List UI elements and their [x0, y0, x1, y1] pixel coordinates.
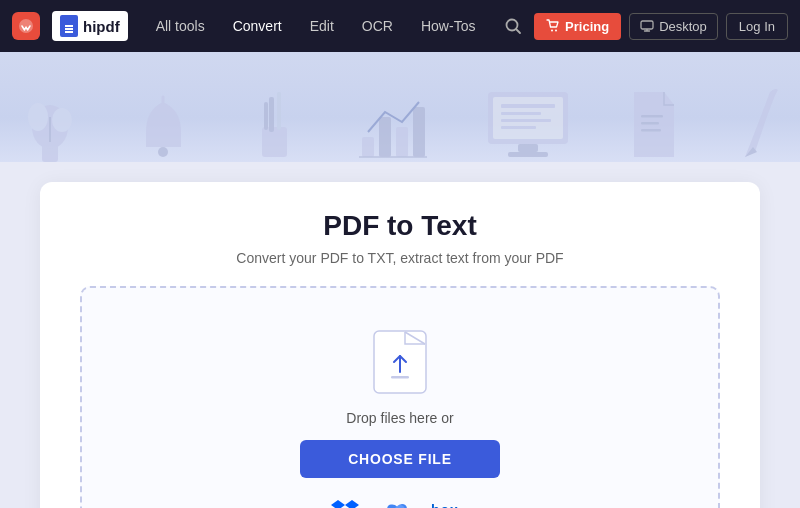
navbar: hipdf All tools Convert Edit OCR How-Tos…: [0, 0, 800, 52]
svg-point-11: [52, 108, 72, 132]
svg-rect-30: [501, 119, 551, 122]
nav-how-tos[interactable]: How-Tos: [409, 12, 487, 40]
chart-illustration: [357, 82, 427, 162]
choose-file-button[interactable]: CHOOSE FILE: [300, 440, 500, 478]
svg-rect-34: [641, 129, 661, 132]
svg-rect-28: [501, 104, 555, 108]
svg-rect-22: [413, 107, 425, 157]
hero-background: [0, 52, 800, 162]
svg-rect-32: [641, 115, 663, 118]
svg-rect-29: [501, 112, 541, 115]
svg-point-1: [507, 20, 518, 31]
onedrive-icon[interactable]: [379, 499, 411, 508]
pricing-label: Pricing: [565, 19, 609, 34]
page-title: PDF to Text: [323, 210, 476, 242]
desktop-button[interactable]: Desktop: [629, 13, 718, 40]
cloud-providers: box: [331, 498, 469, 508]
upload-icon: [371, 328, 429, 396]
svg-rect-19: [362, 137, 374, 157]
nav-all-tools[interactable]: All tools: [144, 12, 217, 40]
svg-rect-27: [508, 152, 548, 157]
hipdf-logo[interactable]: hipdf: [52, 11, 128, 41]
svg-point-3: [551, 30, 553, 32]
hero-illustrations: [0, 72, 800, 162]
svg-rect-21: [396, 127, 408, 157]
nav-edit[interactable]: Edit: [298, 12, 346, 40]
nav-convert[interactable]: Convert: [221, 12, 294, 40]
upload-card: PDF to Text Convert your PDF to TXT, ext…: [40, 182, 760, 508]
monitor-illustration: [483, 82, 573, 162]
svg-point-4: [555, 30, 557, 32]
svg-text:box: box: [431, 502, 459, 508]
desktop-icon: [640, 20, 654, 32]
document-illustration: [629, 87, 679, 162]
page-subtitle: Convert your PDF to TXT, extract text fr…: [236, 250, 563, 266]
box-icon[interactable]: box: [431, 501, 469, 508]
dropbox-icon[interactable]: [331, 498, 359, 508]
svg-rect-33: [641, 122, 659, 125]
svg-rect-26: [518, 144, 538, 152]
file-upload-icon: [373, 330, 427, 394]
drop-zone[interactable]: Drop files here or CHOOSE FILE: [80, 286, 720, 508]
svg-rect-15: [262, 127, 287, 157]
svg-point-13: [158, 147, 168, 157]
nav-actions: Pricing Desktop Log In: [500, 13, 788, 40]
wondershare-logo[interactable]: [12, 12, 40, 40]
svg-rect-20: [379, 117, 391, 157]
main-content: PDF to Text Convert your PDF to TXT, ext…: [0, 162, 800, 508]
quill-illustration: [735, 82, 780, 162]
svg-rect-31: [501, 126, 536, 129]
svg-rect-36: [391, 376, 409, 379]
svg-rect-16: [269, 97, 274, 132]
svg-point-0: [19, 19, 33, 33]
svg-line-2: [517, 30, 521, 34]
pencil-holder-illustration: [247, 82, 302, 162]
login-button[interactable]: Log In: [726, 13, 788, 40]
plant-illustration: [20, 72, 80, 162]
svg-rect-17: [277, 92, 281, 130]
desktop-label: Desktop: [659, 19, 707, 34]
svg-point-10: [28, 103, 48, 131]
svg-rect-25: [493, 97, 563, 139]
nav-links: All tools Convert Edit OCR How-Tos: [144, 12, 492, 40]
pricing-button[interactable]: Pricing: [534, 13, 621, 40]
search-icon[interactable]: [500, 13, 526, 39]
ws-icon: [12, 12, 40, 40]
hipdf-icon: [60, 15, 78, 37]
svg-rect-18: [264, 102, 268, 130]
hipdf-text: hipdf: [83, 18, 120, 35]
drop-text: Drop files here or: [346, 410, 453, 426]
bell-illustration: [136, 92, 191, 162]
login-label: Log In: [739, 19, 775, 34]
nav-ocr[interactable]: OCR: [350, 12, 405, 40]
pricing-cart-icon: [546, 19, 560, 33]
svg-rect-5: [641, 21, 653, 29]
